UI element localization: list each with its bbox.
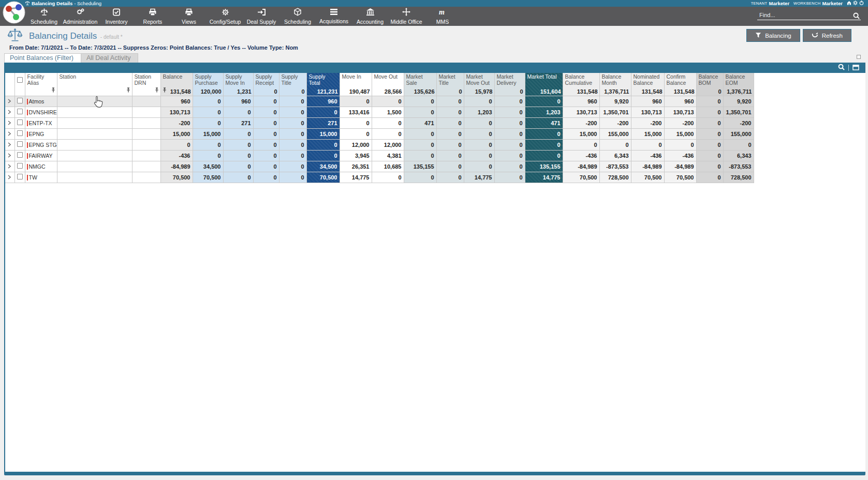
row-expand-button[interactable] [5,150,14,161]
cell-supply-move-in[interactable]: 960 [223,96,253,107]
cell-balance[interactable]: -84,989 [160,161,193,172]
cell-market-title[interactable]: 0 [436,117,464,128]
cell-market-move-out[interactable]: 0 [464,139,494,150]
cell-move-in[interactable]: 0 [340,117,372,128]
cell-market-sale[interactable]: 0 [404,150,436,161]
cell-market-move-out[interactable]: 0 [464,117,494,128]
tab-point-balances-filter-[interactable]: Point Balances (Filter) [4,53,81,63]
cell-station-drn[interactable] [132,139,160,150]
cell-facility-alias[interactable]: TW [25,172,57,183]
cell-supply-receipt[interactable]: 0 [253,150,279,161]
row-expand-button[interactable] [5,172,14,183]
cell-balance-bom[interactable]: 0 [696,96,723,107]
nav-item-administration[interactable]: Administration [62,7,98,26]
column-header-supply-total[interactable]: Supply Total121,231 [306,73,340,96]
column-header-move-in[interactable]: Move In190,487 [340,73,372,96]
column-header-balance-cumulative[interactable]: Balance Cumulative131,548 [563,73,599,96]
cell-move-in[interactable]: 0 [340,96,372,107]
tab-all-deal-activity[interactable]: All Deal Activity [81,53,138,63]
cell-supply-move-in[interactable]: 271 [223,117,253,128]
row-checkbox[interactable] [14,107,25,117]
cell-balance-month[interactable]: 0 [599,139,631,150]
cell-move-in[interactable]: 14,775 [340,172,372,183]
column-header-supply-purchase[interactable]: Supply Purchase120,000 [193,73,223,96]
cell-facility-alias[interactable]: EPNG STG [25,139,57,150]
row-checkbox[interactable] [14,172,25,183]
nav-item-middle-office[interactable]: Middle Office [388,7,424,26]
cell-facility-alias[interactable]: NMGC [25,161,57,172]
cell-market-delivery[interactable]: 0 [494,150,525,161]
cell-market-delivery[interactable]: 0 [494,96,525,107]
nav-item-reports[interactable]: Reports [135,7,171,26]
cell-nominated-balance[interactable]: 70,500 [631,172,664,183]
nav-item-inventory[interactable]: Inventory [98,7,135,26]
cell-balance[interactable]: -200 [160,117,193,128]
cell-market-title[interactable]: 0 [436,150,464,161]
cell-supply-total[interactable]: 0 [306,139,340,150]
cell-market-sale[interactable]: 135,155 [404,161,436,172]
cell-facility-alias[interactable]: ENTP-TX [25,117,57,128]
cell-supply-receipt[interactable]: 0 [253,128,279,139]
grid-row-epng-stg[interactable]: EPNG STG00000012,00012,00000000000000 [5,139,754,150]
cell-balance-bom[interactable]: 0 [696,150,723,161]
grid-row-entp-tx[interactable]: ENTP-TX-20002710027100471000471-200-200-… [5,117,754,128]
cell-supply-receipt[interactable]: 0 [253,117,279,128]
cell-supply-purchase[interactable]: 0 [193,150,223,161]
cell-station-drn[interactable] [132,150,160,161]
cell-market-move-out[interactable]: 0 [464,161,494,172]
cell-supply-move-in[interactable]: 0 [223,161,253,172]
cell-balance-cumulative[interactable]: -436 [563,150,599,161]
cell-supply-receipt[interactable]: 0 [253,107,279,117]
column-header-move-out[interactable]: Move Out28,566 [372,73,404,96]
cell-supply-total[interactable]: 960 [306,96,340,107]
cell-facility-alias[interactable]: Atmos [25,96,57,107]
cell-supply-purchase[interactable]: 0 [193,139,223,150]
cell-move-out[interactable]: 10,685 [372,161,404,172]
cell-balance-bom[interactable]: 0 [696,128,723,139]
nav-item-views[interactable]: Views [171,7,207,26]
cell-balance-month[interactable]: -873,553 [599,161,631,172]
cell-supply-total[interactable]: 34,500 [306,161,340,172]
cell-balance-bom[interactable]: 0 [696,172,723,183]
cell-balance-eom[interactable]: 728,500 [723,172,754,183]
column-header-supply-receipt[interactable]: Supply Receipt0 [253,73,279,96]
cell-balance-eom[interactable]: 0 [723,139,754,150]
cell-facility-alias[interactable]: FAIRWAY [25,150,57,161]
cell-balance-month[interactable]: 9,920 [599,96,631,107]
grid-row-dvnshire[interactable]: DVNSHIRE130,71300000133,4161,500001,2030… [5,107,754,117]
cell-nominated-balance[interactable]: -436 [631,150,664,161]
cell-supply-receipt[interactable]: 0 [253,172,279,183]
cell-supply-title[interactable]: 0 [279,128,306,139]
cell-supply-purchase[interactable]: 0 [193,96,223,107]
cell-supply-title[interactable]: 0 [279,161,306,172]
cell-supply-purchase[interactable]: 34,500 [193,161,223,172]
cell-balance-eom[interactable]: -200 [723,117,754,128]
cell-supply-receipt[interactable]: 0 [253,161,279,172]
gear-icon[interactable] [853,1,858,6]
cell-station[interactable] [57,107,132,117]
row-expand-button[interactable] [5,96,14,107]
app-logo[interactable] [3,1,25,26]
cell-market-total[interactable]: 0 [525,128,563,139]
column-header-nominated-balance[interactable]: Nominated Balance131,548 [631,73,664,96]
row-checkbox[interactable] [14,150,25,161]
cell-balance[interactable]: -436 [160,150,193,161]
cell-supply-move-in[interactable]: 0 [223,107,253,117]
row-checkbox[interactable] [14,117,25,128]
cell-confirm-balance[interactable]: -200 [664,117,696,128]
cell-market-sale[interactable]: 471 [404,117,436,128]
cell-nominated-balance[interactable]: -84,989 [631,161,664,172]
cell-station-drn[interactable] [132,96,160,107]
cell-nominated-balance[interactable]: 0 [631,139,664,150]
row-checkbox[interactable] [14,161,25,172]
row-expand-button[interactable] [5,161,14,172]
cell-supply-move-in[interactable]: 0 [223,139,253,150]
cell-supply-total[interactable]: 0 [306,150,340,161]
cell-supply-purchase[interactable]: 0 [193,107,223,117]
cell-balance-month[interactable]: 155,000 [599,128,631,139]
cell-balance[interactable]: 70,500 [160,172,193,183]
cell-station-drn[interactable] [132,128,160,139]
cell-station-drn[interactable] [132,117,160,128]
cell-balance-cumulative[interactable]: 130,713 [563,107,599,117]
cell-move-in[interactable]: 0 [340,128,372,139]
